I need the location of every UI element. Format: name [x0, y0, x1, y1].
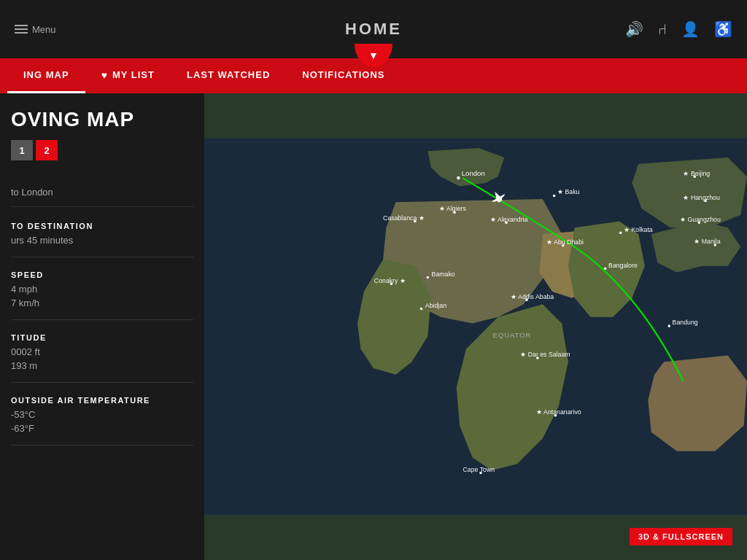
nav-item-last-watched[interactable]: LAST WATCHED [171, 58, 286, 93]
menu-button[interactable]: Menu [15, 24, 56, 35]
svg-text:★ Baku: ★ Baku [557, 188, 580, 195]
header-icons: 🔊 ⑁ 👤 ♿ [625, 20, 732, 38]
svg-text:★ Antananarivo: ★ Antananarivo [536, 408, 581, 416]
info-label-time: TO DESTINATION [11, 222, 193, 230]
svg-text:Casablanca ★: Casablanca ★ [383, 214, 425, 222]
page-title: HOME [345, 20, 402, 39]
svg-text:Bamako: Bamako [432, 271, 455, 278]
dining-icon[interactable]: ⑁ [658, 21, 667, 38]
nav-item-notifications[interactable]: NOTIFICATIONS [286, 58, 400, 93]
svg-text:★ Addis Ababa: ★ Addis Ababa [511, 293, 554, 300]
svg-point-24 [619, 232, 622, 235]
map-page-title: OVING MAP [11, 108, 193, 131]
map-view-buttons: 1 2 [11, 140, 58, 160]
svg-text:★ Beijing: ★ Beijing [683, 170, 710, 177]
nav-item-last-watched-label: LAST WATCHED [187, 69, 270, 80]
svg-text:★ Kolkata: ★ Kolkata [624, 226, 653, 233]
info-altitude: TITUDE 0002 ft193 m [11, 333, 193, 383]
svg-text:Abidjan: Abidjan [425, 302, 446, 309]
route-info: to London [11, 187, 193, 207]
main-content: OVING MAP 1 2 to London TO DESTINATION u… [0, 93, 747, 560]
heart-icon: ♥ [101, 69, 108, 81]
nav-item-moving-map[interactable]: ING MAP [7, 58, 85, 93]
nav-item-my-list[interactable]: ♥ MY LIST [85, 58, 171, 93]
map-view-button-2[interactable]: 2 [36, 140, 58, 160]
svg-text:★ Alexandria: ★ Alexandria [490, 216, 527, 223]
nav-item-moving-map-label: ING MAP [23, 69, 69, 80]
info-value-time: urs 45 minutes [11, 233, 193, 248]
svg-point-6 [553, 195, 556, 198]
map-area: London ★ Baku ★ Beijing ★ Hangzhou ★ Gua… [204, 93, 747, 560]
info-label-temperature: OUTSIDE AIR TEMPERATURE [11, 396, 193, 405]
svg-point-34 [420, 308, 423, 311]
svg-text:★ Dar es Salaam: ★ Dar es Salaam [520, 351, 570, 358]
svg-text:London: London [462, 169, 485, 177]
map-view-button-1[interactable]: 1 [11, 140, 33, 160]
svg-point-28 [667, 324, 670, 327]
svg-text:★ Algiers: ★ Algiers [439, 205, 466, 212]
nav-item-notifications-label: NOTIFICATIONS [302, 69, 384, 80]
menu-label: Menu [32, 24, 56, 35]
left-panel: OVING MAP 1 2 to London TO DESTINATION u… [0, 93, 204, 560]
info-label-speed: SPEED [11, 271, 193, 279]
info-value-speed: 4 mph7 km/h [11, 282, 193, 311]
info-label-altitude: TITUDE [11, 333, 193, 342]
nav-item-my-list-label: MY LIST [112, 69, 155, 80]
map-svg: London ★ Baku ★ Beijing ★ Hangzhou ★ Gua… [204, 93, 747, 560]
fullscreen-button[interactable]: 3D & FULLSCREEN [630, 528, 732, 545]
svg-text:Conakry ★: Conakry ★ [374, 277, 406, 284]
person-icon[interactable]: 👤 [681, 20, 700, 38]
info-temperature: OUTSIDE AIR TEMPERATURE -53°C-63°F [11, 396, 193, 446]
svg-point-26 [604, 268, 607, 271]
info-time-to-destination: TO DESTINATION urs 45 minutes [11, 222, 193, 257]
svg-point-4 [457, 176, 460, 179]
volume-icon[interactable]: 🔊 [625, 20, 643, 38]
info-speed: SPEED 4 mph7 km/h [11, 271, 193, 320]
svg-text:Bangalore: Bangalore [608, 262, 638, 269]
info-value-temperature: -53°C-63°F [11, 408, 193, 436]
svg-text:★ Manila: ★ Manila [694, 238, 720, 245]
info-value-altitude: 0002 ft193 m [11, 345, 193, 373]
accessibility-icon[interactable]: ♿ [714, 20, 732, 38]
svg-text:★ Abu Dhabi: ★ Abu Dhabi [546, 238, 584, 246]
svg-text:★ Hangzhou: ★ Hangzhou [683, 194, 719, 201]
hamburger-icon [15, 25, 28, 34]
svg-text:★ Guangzhou: ★ Guangzhou [680, 216, 721, 223]
svg-text:Cape Town: Cape Town [462, 466, 495, 473]
svg-text:EQUATOR: EQUATOR [493, 331, 532, 339]
route-text: to London [11, 187, 53, 198]
svg-point-32 [427, 276, 430, 279]
svg-text:Bandung: Bandung [673, 319, 698, 326]
